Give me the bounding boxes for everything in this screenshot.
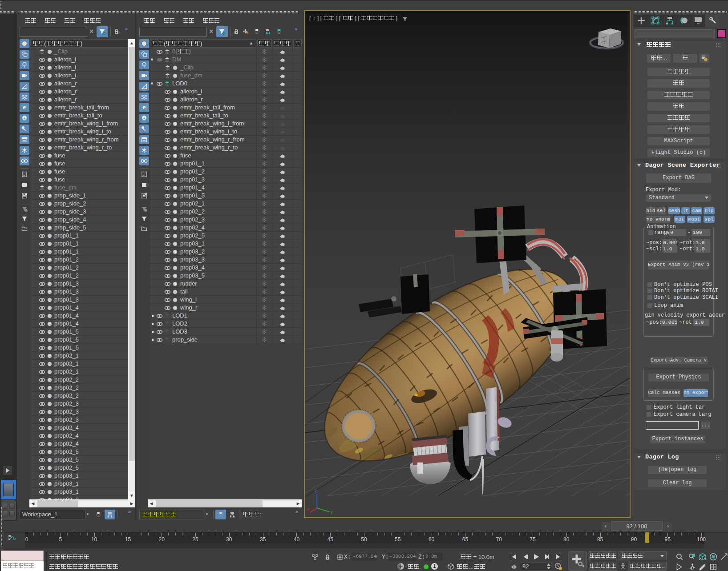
svg-text:y: y bbox=[331, 510, 333, 515]
svg-text:x: x bbox=[307, 507, 309, 512]
svg-text:z: z bbox=[315, 488, 317, 493]
